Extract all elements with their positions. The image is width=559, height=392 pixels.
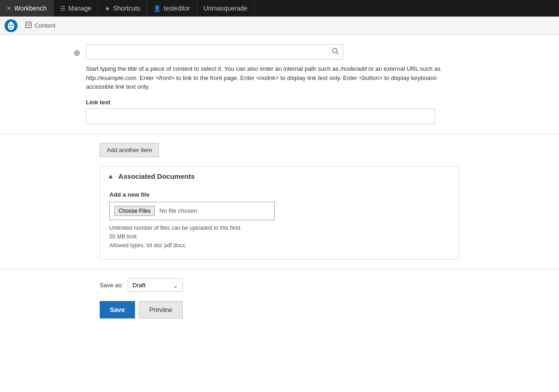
svg-point-1 bbox=[9, 24, 11, 26]
add-another-item-button[interactable]: Add another item bbox=[100, 143, 159, 157]
svg-rect-3 bbox=[26, 22, 31, 28]
link-text-label: Link text bbox=[86, 99, 486, 106]
save-as-select[interactable]: Draft Published Archived bbox=[128, 278, 183, 292]
main-content: ⊕ Start typing the title of a piece of c… bbox=[0, 44, 559, 346]
preview-button[interactable]: Preview bbox=[139, 301, 183, 318]
nav-shortcuts[interactable]: ★ Shortcuts bbox=[98, 0, 147, 17]
svg-point-2 bbox=[11, 24, 13, 26]
associated-docs-header[interactable]: ▲ Associated Documents bbox=[100, 167, 459, 186]
add-item-section: Add another item bbox=[0, 143, 559, 157]
nav-unmasquerade[interactable]: Unmasquerade bbox=[197, 0, 254, 17]
sub-navbar: Content bbox=[0, 17, 559, 35]
svg-line-7 bbox=[337, 52, 339, 54]
user-icon: 👤 bbox=[153, 5, 161, 12]
tab-content[interactable]: Content bbox=[17, 17, 63, 34]
save-as-select-wrapper: Draft Published Archived bbox=[128, 278, 183, 292]
url-search-box bbox=[86, 44, 343, 60]
link-text-input[interactable] bbox=[86, 108, 435, 124]
top-navbar: ✕ Workbench ☰ Manage ★ Shortcuts 👤 teste… bbox=[0, 0, 559, 17]
shortcuts-icon: ★ bbox=[105, 5, 110, 12]
workbench-icon: ✕ bbox=[6, 5, 11, 12]
nav-testeditor[interactable]: 👤 testeditor bbox=[147, 0, 197, 17]
file-input-wrapper: Choose Files No file chosen bbox=[109, 202, 275, 220]
save-as-row: Save as: Draft Published Archived bbox=[100, 278, 459, 292]
associated-docs-section: ▲ Associated Documents Add a new file Ch… bbox=[100, 166, 459, 260]
field-content: Start typing the title of a piece of con… bbox=[86, 44, 486, 124]
action-buttons: Save Preview bbox=[100, 301, 459, 318]
no-file-text: No file chosen bbox=[159, 207, 197, 214]
url-search-input[interactable] bbox=[90, 48, 332, 56]
save-as-label: Save as: bbox=[100, 282, 123, 289]
collapse-icon: ▲ bbox=[107, 172, 114, 180]
add-file-label: Add a new file bbox=[109, 191, 450, 198]
drupal-logo bbox=[5, 19, 17, 32]
file-hint: Unlimited number of files can be uploade… bbox=[109, 224, 450, 250]
save-button[interactable]: Save bbox=[100, 301, 135, 318]
nav-manage[interactable]: ☰ Manage bbox=[54, 0, 99, 17]
drag-handle[interactable]: ⊕ bbox=[73, 48, 80, 58]
save-section: Save as: Draft Published Archived Save P… bbox=[0, 269, 559, 328]
associated-docs-body: Add a new file Choose Files No file chos… bbox=[100, 186, 459, 260]
content-tab-icon bbox=[25, 22, 32, 29]
divider-1 bbox=[0, 133, 559, 134]
choose-files-button[interactable]: Choose Files bbox=[114, 206, 155, 216]
manage-icon: ☰ bbox=[60, 5, 66, 12]
url-field-row: ⊕ Start typing the title of a piece of c… bbox=[0, 44, 559, 124]
search-icon bbox=[332, 47, 339, 57]
nav-workbench[interactable]: ✕ Workbench bbox=[0, 0, 54, 17]
link-text-field: Link text bbox=[86, 99, 486, 124]
url-hint-text: Start typing the title of a piece of con… bbox=[86, 64, 444, 91]
